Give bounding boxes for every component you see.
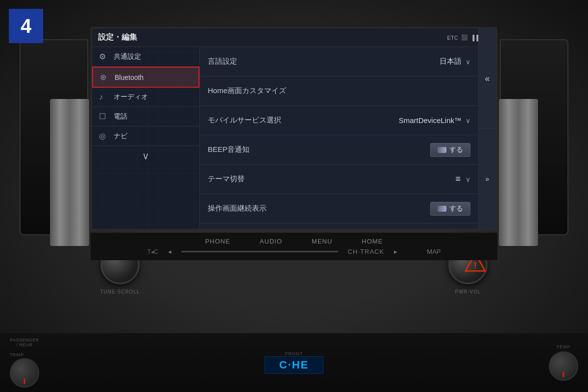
climate-bar: PASSENGER/ REAR TEMP FRONT С·НЕ TEMP (0, 333, 588, 392)
toc-button[interactable]: T◂C (147, 248, 158, 255)
chevron-up-icon: « (485, 74, 490, 84)
climate-center: FRONT С·НЕ (265, 351, 323, 374)
sidebar-label-bluetooth: Bluetooth (115, 74, 144, 81)
phone-button[interactable]: PHONE (205, 238, 230, 245)
row-screen-continue[interactable]: 操作画面継続表示 する (200, 194, 496, 223)
toggle-indicator-beep (438, 147, 446, 153)
sidebar-label-phone: 電話 (114, 112, 127, 121)
value-mobile-service: SmartDeviceLink™ (399, 116, 462, 124)
sidebar-item-phone[interactable]: ☐ 電話 (92, 107, 199, 126)
bluetooth-icon: ⊛ (100, 73, 110, 82)
sidebar-item-audio[interactable]: ♪ オーディオ (92, 88, 199, 107)
sidebar-label-audio: オーディオ (114, 93, 148, 101)
label-mobile-service: モバイルサービス選択 (208, 116, 399, 125)
navi-icon: ◎ (99, 131, 109, 141)
temp-right-knob[interactable] (549, 351, 578, 381)
screen-continue-toggle[interactable]: する (430, 202, 470, 216)
label-language: 言語設定 (208, 57, 440, 66)
sidebar-label-navi: ナビ (114, 132, 127, 141)
row-theme[interactable]: テーマ切替 ≡ ∨ (200, 165, 496, 194)
row-mobile-service[interactable]: モバイルサービス選択 SmartDeviceLink™ ∨ (200, 106, 496, 135)
music-icon: ♪ (99, 93, 109, 101)
step-badge: 4 (9, 9, 43, 43)
left-vent-slats (50, 99, 89, 246)
row-home-customize[interactable]: Home画面カスタマイズ (200, 76, 496, 106)
scroll-up-button[interactable]: « (478, 28, 496, 129)
climate-left: PASSENGER/ REAR TEMP (10, 338, 39, 388)
phone-icon: ☐ (99, 112, 109, 121)
beep-toggle[interactable]: する (430, 143, 470, 157)
settings-content: 言語設定 日本語 ∨ Home画面カスタマイズ モバイルサービス選択 Smart… (200, 47, 496, 229)
label-beep: BEEP音通知 (208, 145, 430, 154)
sidebar-item-common[interactable]: ⚙ 共通設定 (92, 47, 199, 67)
sidebar-item-navi[interactable]: ◎ ナビ (92, 126, 199, 146)
sidebar-menu: ⚙ 共通設定 ⊛ Bluetooth ♪ オーディオ ☐ 電話 (92, 47, 199, 166)
chevron-language-icon: ∨ (466, 58, 470, 66)
track-slider[interactable] (181, 251, 338, 252)
temp-knob-dial-left (24, 378, 25, 384)
screen-body: ⚙ 共通設定 ⊛ Bluetooth ♪ オーディオ ☐ 電話 (92, 47, 496, 229)
label-home-customize: Home画面カスタマイズ (208, 86, 470, 96)
left-vent (20, 39, 88, 235)
chevron-mobile-icon: ∨ (466, 117, 470, 124)
step-number: 4 (21, 15, 31, 37)
scroll-arrows: « » (478, 28, 496, 229)
right-vent (500, 39, 568, 235)
gps-icon: ⬛ (461, 34, 468, 41)
control-panel: PHONE AUDIO MENU HOME T◂C ◂ CH·TRACK ▸ M… (91, 233, 497, 260)
sidebar-more-button[interactable]: ∨ (92, 146, 199, 166)
track-prev-button[interactable]: ◂ (168, 248, 172, 255)
etc-icon: ETC (447, 35, 458, 41)
screen-header: 設定・編集 ETC ⬛ ▐▐▐ ▭ (92, 28, 496, 47)
svg-text:!: ! (474, 261, 477, 270)
ch-track-label: CH·TRACK (348, 248, 384, 255)
sidebar-label-common: 共通設定 (114, 52, 141, 61)
row-beep[interactable]: BEEP音通知 する (200, 135, 496, 165)
label-screen-continue: 操作画面継続表示 (208, 204, 430, 213)
knob-right-label: PWR·VOL (443, 289, 492, 294)
function-buttons: PHONE AUDIO MENU HOME (91, 238, 497, 245)
chevron-theme-icon: ∨ (466, 175, 470, 183)
temp-left-knob[interactable] (10, 358, 39, 388)
audio-button[interactable]: AUDIO (260, 238, 282, 245)
row-language[interactable]: 言語設定 日本語 ∨ (200, 47, 496, 76)
scroll-down-button[interactable]: » (478, 129, 496, 229)
menu-button[interactable]: MENU (312, 238, 332, 245)
slider-row: T◂C ◂ CH·TRACK ▸ MAP (91, 248, 497, 255)
chevron-down-icon: » (486, 175, 490, 183)
temp-knob-dial-right (563, 371, 564, 377)
home-button[interactable]: HOME (362, 238, 383, 245)
toggle-indicator-screen (438, 206, 446, 212)
beep-toggle-label: する (449, 146, 463, 154)
gear-icon: ⚙ (99, 52, 109, 61)
track-next-button[interactable]: ▸ (394, 248, 397, 255)
sidebar-item-bluetooth[interactable]: ⊛ Bluetooth (92, 67, 199, 88)
front-label: FRONT (285, 351, 303, 356)
value-theme: ≡ (455, 174, 462, 184)
screen-title: 設定・編集 (98, 32, 137, 43)
right-vent-slats (499, 99, 538, 246)
climate-right: TEMP (549, 344, 578, 381)
knob-left-label: TUNE·SCROLL (96, 289, 145, 294)
passenger-rear-label: PASSENGER/ REAR (10, 338, 39, 347)
temp-left-label: TEMP (10, 352, 24, 357)
chevron-down-icon: ∨ (142, 150, 149, 162)
climate-display: С·НЕ (265, 356, 323, 374)
screen-continue-toggle-label: する (449, 204, 463, 213)
infotainment-screen: 設定・編集 ETC ⬛ ▐▐▐ ▭ ⚙ 共通設定 ⊛ Bluetooth (91, 27, 497, 230)
settings-sidebar: ⚙ 共通設定 ⊛ Bluetooth ♪ オーディオ ☐ 電話 (92, 47, 200, 229)
temp-right-label: TEMP (556, 344, 570, 349)
map-button[interactable]: MAP (427, 248, 441, 255)
value-language: 日本語 (440, 57, 462, 66)
label-theme: テーマ切替 (208, 174, 455, 184)
